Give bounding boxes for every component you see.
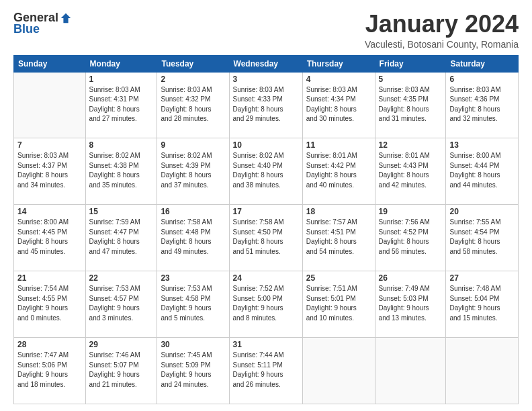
day-info: Sunrise: 7:49 AMSunset: 5:03 PMDaylight:… (379, 284, 443, 323)
table-row: 7Sunrise: 8:03 AMSunset: 4:37 PMDaylight… (14, 138, 86, 205)
table-row: 30Sunrise: 7:45 AMSunset: 5:09 PMDayligh… (157, 338, 229, 404)
day-number: 25 (306, 273, 371, 283)
calendar-table: Sunday Monday Tuesday Wednesday Thursday… (13, 55, 519, 404)
day-number: 4 (306, 75, 371, 84)
day-info: Sunrise: 8:02 AMSunset: 4:38 PMDaylight:… (89, 151, 154, 190)
day-number: 23 (161, 273, 225, 283)
day-info: Sunrise: 8:02 AMSunset: 4:39 PMDaylight:… (161, 151, 225, 190)
day-number: 29 (89, 340, 154, 349)
day-number: 1 (89, 75, 154, 84)
table-row: 16Sunrise: 7:58 AMSunset: 4:48 PMDayligh… (157, 205, 229, 271)
page: General Blue January 2024 Vaculesti, Bot… (0, 0, 532, 411)
day-info: Sunrise: 7:56 AMSunset: 4:52 PMDaylight:… (379, 218, 443, 257)
day-number: 28 (17, 340, 82, 349)
table-row: 12Sunrise: 8:01 AMSunset: 4:43 PMDayligh… (375, 138, 446, 205)
table-row: 19Sunrise: 7:56 AMSunset: 4:52 PMDayligh… (375, 205, 446, 271)
table-row: 27Sunrise: 7:48 AMSunset: 5:04 PMDayligh… (446, 271, 519, 338)
day-info: Sunrise: 7:59 AMSunset: 4:47 PMDaylight:… (89, 218, 154, 257)
table-row: 5Sunrise: 8:03 AMSunset: 4:35 PMDaylight… (375, 72, 446, 138)
day-number: 13 (449, 140, 515, 150)
day-number: 30 (161, 340, 225, 349)
table-row: 29Sunrise: 7:46 AMSunset: 5:07 PMDayligh… (85, 338, 157, 404)
day-info: Sunrise: 7:45 AMSunset: 5:09 PMDaylight:… (161, 351, 225, 390)
day-number: 7 (17, 140, 82, 150)
table-row: 4Sunrise: 8:03 AMSunset: 4:34 PMDaylight… (302, 72, 375, 138)
table-row: 23Sunrise: 7:53 AMSunset: 4:58 PMDayligh… (157, 271, 229, 338)
day-info: Sunrise: 7:51 AMSunset: 5:01 PMDaylight:… (306, 284, 371, 323)
col-monday: Monday (85, 55, 157, 72)
table-row: 21Sunrise: 7:54 AMSunset: 4:55 PMDayligh… (14, 271, 86, 338)
calendar-week-row: 14Sunrise: 8:00 AMSunset: 4:45 PMDayligh… (14, 205, 519, 271)
day-number: 27 (449, 273, 515, 283)
col-tuesday: Tuesday (157, 55, 229, 72)
title-section: January 2024 Vaculesti, Botosani County,… (365, 11, 519, 50)
day-number: 15 (89, 207, 154, 216)
table-row: 17Sunrise: 7:58 AMSunset: 4:50 PMDayligh… (229, 205, 302, 271)
table-row: 2Sunrise: 8:03 AMSunset: 4:32 PMDaylight… (157, 72, 229, 138)
month-title: January 2024 (365, 11, 519, 38)
col-saturday: Saturday (446, 55, 519, 72)
day-number: 6 (449, 75, 515, 84)
day-number: 31 (233, 340, 299, 349)
table-row: 9Sunrise: 8:02 AMSunset: 4:39 PMDaylight… (157, 138, 229, 205)
logo-icon (60, 12, 72, 24)
day-info: Sunrise: 7:48 AMSunset: 5:04 PMDaylight:… (449, 284, 515, 323)
table-row: 20Sunrise: 7:55 AMSunset: 4:54 PMDayligh… (446, 205, 519, 271)
table-row: 11Sunrise: 8:01 AMSunset: 4:42 PMDayligh… (302, 138, 375, 205)
day-info: Sunrise: 8:03 AMSunset: 4:31 PMDaylight:… (89, 85, 154, 124)
table-row: 26Sunrise: 7:49 AMSunset: 5:03 PMDayligh… (375, 271, 446, 338)
calendar-week-row: 7Sunrise: 8:03 AMSunset: 4:37 PMDaylight… (14, 138, 519, 205)
logo: General Blue (13, 11, 72, 36)
day-info: Sunrise: 8:03 AMSunset: 4:37 PMDaylight:… (17, 151, 82, 190)
table-row: 14Sunrise: 8:00 AMSunset: 4:45 PMDayligh… (14, 205, 86, 271)
day-number: 12 (379, 140, 443, 150)
col-friday: Friday (375, 55, 446, 72)
day-info: Sunrise: 7:47 AMSunset: 5:06 PMDaylight:… (17, 351, 82, 390)
table-row: 25Sunrise: 7:51 AMSunset: 5:01 PMDayligh… (302, 271, 375, 338)
table-row: 10Sunrise: 8:02 AMSunset: 4:40 PMDayligh… (229, 138, 302, 205)
calendar-week-row: 21Sunrise: 7:54 AMSunset: 4:55 PMDayligh… (14, 271, 519, 338)
day-info: Sunrise: 8:01 AMSunset: 4:42 PMDaylight:… (306, 151, 371, 190)
day-number: 11 (306, 140, 371, 150)
day-info: Sunrise: 7:46 AMSunset: 5:07 PMDaylight:… (89, 351, 154, 390)
day-number: 21 (17, 273, 82, 283)
table-row (375, 338, 446, 404)
day-info: Sunrise: 8:01 AMSunset: 4:43 PMDaylight:… (379, 151, 443, 190)
day-info: Sunrise: 7:58 AMSunset: 4:48 PMDaylight:… (161, 218, 225, 257)
day-info: Sunrise: 8:02 AMSunset: 4:40 PMDaylight:… (233, 151, 299, 190)
day-info: Sunrise: 8:00 AMSunset: 4:44 PMDaylight:… (449, 151, 515, 190)
day-info: Sunrise: 7:52 AMSunset: 5:00 PMDaylight:… (233, 284, 299, 323)
day-info: Sunrise: 8:03 AMSunset: 4:36 PMDaylight:… (449, 85, 515, 124)
col-thursday: Thursday (302, 55, 375, 72)
day-number: 19 (379, 207, 443, 216)
day-info: Sunrise: 7:53 AMSunset: 4:57 PMDaylight:… (89, 284, 154, 323)
table-row: 1Sunrise: 8:03 AMSunset: 4:31 PMDaylight… (85, 72, 157, 138)
table-row (446, 338, 519, 404)
day-number: 24 (233, 273, 299, 283)
col-sunday: Sunday (14, 55, 86, 72)
day-info: Sunrise: 8:00 AMSunset: 4:45 PMDaylight:… (17, 218, 82, 257)
day-info: Sunrise: 7:58 AMSunset: 4:50 PMDaylight:… (233, 218, 299, 257)
header: General Blue January 2024 Vaculesti, Bot… (13, 11, 519, 50)
day-info: Sunrise: 7:44 AMSunset: 5:11 PMDaylight:… (233, 351, 299, 390)
col-wednesday: Wednesday (229, 55, 302, 72)
calendar-header-row: Sunday Monday Tuesday Wednesday Thursday… (14, 55, 519, 72)
day-number: 20 (449, 207, 515, 216)
table-row: 24Sunrise: 7:52 AMSunset: 5:00 PMDayligh… (229, 271, 302, 338)
day-number: 5 (379, 75, 443, 84)
table-row: 6Sunrise: 8:03 AMSunset: 4:36 PMDaylight… (446, 72, 519, 138)
table-row: 22Sunrise: 7:53 AMSunset: 4:57 PMDayligh… (85, 271, 157, 338)
day-number: 9 (161, 140, 225, 150)
logo-blue: Blue (13, 22, 40, 36)
day-number: 17 (233, 207, 299, 216)
day-number: 3 (233, 75, 299, 84)
table-row (302, 338, 375, 404)
day-number: 14 (17, 207, 82, 216)
day-info: Sunrise: 7:55 AMSunset: 4:54 PMDaylight:… (449, 218, 515, 257)
day-info: Sunrise: 8:03 AMSunset: 4:33 PMDaylight:… (233, 85, 299, 124)
day-number: 2 (161, 75, 225, 84)
table-row (14, 72, 86, 138)
table-row: 15Sunrise: 7:59 AMSunset: 4:47 PMDayligh… (85, 205, 157, 271)
table-row: 31Sunrise: 7:44 AMSunset: 5:11 PMDayligh… (229, 338, 302, 404)
day-number: 22 (89, 273, 154, 283)
